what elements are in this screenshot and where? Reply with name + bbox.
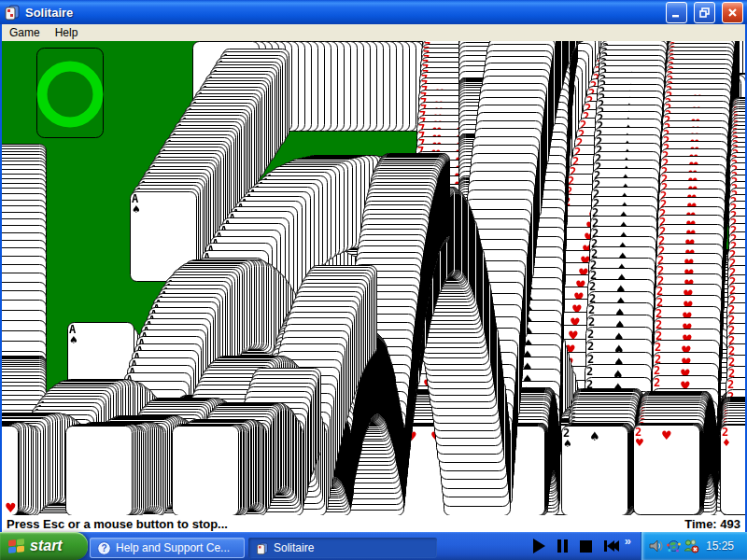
previous-icon[interactable] (604, 540, 619, 552)
offline-users-icon[interactable] (684, 539, 699, 553)
network-globe-icon[interactable] (666, 539, 682, 553)
solitaire-card-icon (4, 4, 21, 21)
pause-icon[interactable] (557, 539, 568, 553)
help-icon: ? (97, 541, 111, 555)
windows-logo-icon (7, 539, 25, 554)
play-icon[interactable] (533, 539, 545, 553)
menu-help[interactable]: Help (48, 25, 86, 40)
taskbar-button-solitaire[interactable]: Solitaire (248, 538, 437, 558)
window-title: Solitaire (25, 6, 659, 20)
minimize-button[interactable] (666, 2, 687, 23)
menu-game[interactable]: Game (2, 25, 48, 40)
task-label: Solitaire (274, 541, 314, 554)
minimize-icon (671, 7, 682, 18)
close-icon (727, 7, 738, 18)
taskbar-button-help-and-support[interactable]: ? Help and Support Ce... (90, 538, 245, 558)
stop-icon[interactable] (580, 540, 592, 553)
solitaire-card-icon (256, 541, 269, 555)
system-tray: 15:25 (641, 532, 747, 560)
desktop: Solitaire Game Help Pr (0, 0, 747, 560)
game-table (0, 41, 747, 515)
menu-bar: Game Help (0, 24, 747, 41)
cascade-animation-canvas[interactable] (2, 41, 745, 515)
task-label: Help and Support Ce... (116, 541, 230, 554)
status-time: Time: 493 (684, 517, 740, 531)
status-message: Press Esc or a mouse button to stop... (7, 517, 228, 531)
start-button[interactable]: start (0, 532, 88, 560)
taskbar: start ? Help and Support Ce... Solitaire (0, 532, 747, 560)
media-toolbar (533, 539, 619, 553)
toolbar-overflow-chevron-icon[interactable]: » (625, 534, 631, 548)
taskbar-clock: 15:25 (706, 539, 734, 553)
start-label: start (30, 538, 63, 554)
close-button[interactable] (722, 2, 743, 23)
solitaire-window: Solitaire Game Help Pr (0, 0, 747, 532)
volume-icon[interactable] (649, 539, 664, 553)
restore-button[interactable] (694, 2, 715, 23)
status-bar: Press Esc or a mouse button to stop... T… (0, 515, 747, 532)
title-bar: Solitaire (0, 0, 747, 24)
restore-icon (699, 7, 710, 18)
svg-text:?: ? (101, 543, 106, 553)
